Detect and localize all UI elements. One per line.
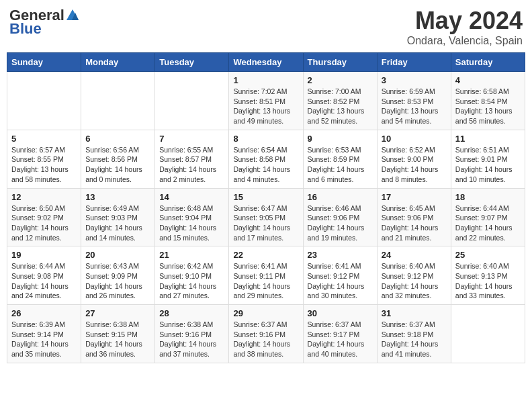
day-number: 16 [308, 192, 373, 202]
calendar-cell [451, 305, 525, 363]
calendar-cell: 1Sunrise: 7:02 AM Sunset: 8:51 PM Daylig… [229, 72, 303, 130]
calendar-cell: 11Sunrise: 6:51 AM Sunset: 9:01 PM Dayli… [451, 130, 525, 188]
calendar-cell: 3Sunrise: 6:59 AM Sunset: 8:53 PM Daylig… [377, 72, 451, 130]
day-number: 28 [159, 308, 224, 318]
logo: General Blue [9, 7, 81, 38]
day-info: Sunrise: 6:55 AM Sunset: 8:57 PM Dayligh… [159, 145, 224, 185]
day-info: Sunrise: 6:44 AM Sunset: 9:08 PM Dayligh… [11, 261, 77, 301]
day-number: 22 [233, 250, 298, 260]
day-number: 10 [382, 134, 447, 144]
calendar-cell: 27Sunrise: 6:38 AM Sunset: 9:15 PM Dayli… [81, 305, 155, 363]
day-number: 2 [308, 75, 373, 85]
day-info: Sunrise: 6:42 AM Sunset: 9:10 PM Dayligh… [159, 261, 224, 301]
day-info: Sunrise: 6:53 AM Sunset: 8:59 PM Dayligh… [308, 145, 373, 185]
day-info: Sunrise: 6:57 AM Sunset: 8:55 PM Dayligh… [11, 145, 77, 185]
calendar-cell: 22Sunrise: 6:41 AM Sunset: 9:11 PM Dayli… [229, 246, 303, 305]
day-info: Sunrise: 6:54 AM Sunset: 8:58 PM Dayligh… [233, 145, 298, 185]
day-number: 6 [85, 134, 150, 144]
day-info: Sunrise: 6:49 AM Sunset: 9:03 PM Dayligh… [85, 203, 150, 243]
day-info: Sunrise: 6:56 AM Sunset: 8:56 PM Dayligh… [85, 145, 150, 185]
day-number: 11 [455, 134, 521, 144]
day-info: Sunrise: 6:39 AM Sunset: 9:14 PM Dayligh… [11, 320, 77, 359]
day-info: Sunrise: 6:50 AM Sunset: 9:02 PM Dayligh… [11, 203, 77, 243]
day-number: 14 [159, 192, 224, 202]
day-info: Sunrise: 6:37 AM Sunset: 9:16 PM Dayligh… [233, 320, 298, 359]
calendar-cell: 21Sunrise: 6:42 AM Sunset: 9:10 PM Dayli… [155, 246, 229, 305]
calendar-cell: 5Sunrise: 6:57 AM Sunset: 8:55 PM Daylig… [7, 130, 81, 188]
day-number: 15 [233, 192, 298, 202]
day-info: Sunrise: 6:40 AM Sunset: 9:12 PM Dayligh… [382, 261, 447, 301]
weekday-monday: Monday [81, 53, 155, 72]
day-number: 9 [308, 134, 373, 144]
day-number: 3 [382, 75, 447, 85]
day-number: 20 [85, 250, 150, 260]
day-number: 18 [455, 192, 521, 202]
calendar-cell: 20Sunrise: 6:43 AM Sunset: 9:09 PM Dayli… [81, 246, 155, 305]
calendar-cell [155, 72, 229, 130]
calendar-cell: 12Sunrise: 6:50 AM Sunset: 9:02 PM Dayli… [7, 188, 81, 246]
month-title: May 2024 [407, 7, 523, 35]
title-block: May 2024 Ondara, Valencia, Spain [407, 7, 523, 47]
day-info: Sunrise: 6:59 AM Sunset: 8:53 PM Dayligh… [382, 87, 447, 126]
day-number: 30 [308, 308, 373, 318]
calendar-cell: 28Sunrise: 6:38 AM Sunset: 9:16 PM Dayli… [155, 305, 229, 363]
calendar-cell: 6Sunrise: 6:56 AM Sunset: 8:56 PM Daylig… [81, 130, 155, 188]
day-info: Sunrise: 6:38 AM Sunset: 9:16 PM Dayligh… [159, 320, 224, 359]
day-number: 27 [85, 308, 150, 318]
day-number: 7 [159, 134, 224, 144]
location: Ondara, Valencia, Spain [407, 35, 523, 47]
weekday-saturday: Saturday [451, 53, 525, 72]
calendar-cell: 30Sunrise: 6:37 AM Sunset: 9:17 PM Dayli… [303, 305, 377, 363]
calendar-cell: 13Sunrise: 6:49 AM Sunset: 9:03 PM Dayli… [81, 188, 155, 246]
day-number: 5 [11, 134, 77, 144]
logo-icon [65, 8, 80, 23]
day-number: 1 [233, 75, 298, 85]
calendar-cell [81, 72, 155, 130]
week-row-1: 1Sunrise: 7:02 AM Sunset: 8:51 PM Daylig… [7, 72, 525, 130]
weekday-wednesday: Wednesday [229, 53, 303, 72]
day-info: Sunrise: 6:46 AM Sunset: 9:06 PM Dayligh… [308, 203, 373, 243]
day-info: Sunrise: 6:43 AM Sunset: 9:09 PM Dayligh… [85, 261, 150, 301]
calendar-cell: 7Sunrise: 6:55 AM Sunset: 8:57 PM Daylig… [155, 130, 229, 188]
week-row-2: 5Sunrise: 6:57 AM Sunset: 8:55 PM Daylig… [7, 130, 525, 188]
weekday-thursday: Thursday [303, 53, 377, 72]
calendar-cell: 2Sunrise: 7:00 AM Sunset: 8:52 PM Daylig… [303, 72, 377, 130]
day-number: 17 [382, 192, 447, 202]
calendar-cell: 8Sunrise: 6:54 AM Sunset: 8:58 PM Daylig… [229, 130, 303, 188]
day-info: Sunrise: 7:00 AM Sunset: 8:52 PM Dayligh… [308, 87, 373, 126]
calendar-cell: 17Sunrise: 6:45 AM Sunset: 9:06 PM Dayli… [377, 188, 451, 246]
day-info: Sunrise: 6:47 AM Sunset: 9:05 PM Dayligh… [233, 203, 298, 243]
page-header: General Blue May 2024 Ondara, Valencia, … [7, 7, 525, 47]
calendar-cell: 25Sunrise: 6:40 AM Sunset: 9:13 PM Dayli… [451, 246, 525, 305]
day-info: Sunrise: 6:41 AM Sunset: 9:12 PM Dayligh… [308, 261, 373, 301]
weekday-friday: Friday [377, 53, 451, 72]
day-number: 21 [159, 250, 224, 260]
day-number: 29 [233, 308, 298, 318]
day-info: Sunrise: 6:52 AM Sunset: 9:00 PM Dayligh… [382, 145, 447, 185]
day-number: 31 [382, 308, 447, 318]
day-info: Sunrise: 6:44 AM Sunset: 9:07 PM Dayligh… [455, 203, 521, 243]
calendar-cell: 19Sunrise: 6:44 AM Sunset: 9:08 PM Dayli… [7, 246, 81, 305]
day-info: Sunrise: 6:48 AM Sunset: 9:04 PM Dayligh… [159, 203, 224, 243]
day-info: Sunrise: 6:58 AM Sunset: 8:54 PM Dayligh… [455, 87, 521, 126]
calendar-cell: 26Sunrise: 6:39 AM Sunset: 9:14 PM Dayli… [7, 305, 81, 363]
day-number: 12 [11, 192, 77, 202]
day-info: Sunrise: 6:40 AM Sunset: 9:13 PM Dayligh… [455, 261, 521, 301]
day-number: 13 [85, 192, 150, 202]
weekday-sunday: Sunday [7, 53, 81, 72]
logo-blue-text: Blue [9, 20, 42, 38]
day-info: Sunrise: 6:45 AM Sunset: 9:06 PM Dayligh… [382, 203, 447, 243]
calendar-cell [7, 72, 81, 130]
day-info: Sunrise: 7:02 AM Sunset: 8:51 PM Dayligh… [233, 87, 298, 126]
day-info: Sunrise: 6:37 AM Sunset: 9:17 PM Dayligh… [308, 320, 373, 359]
day-number: 8 [233, 134, 298, 144]
week-row-5: 26Sunrise: 6:39 AM Sunset: 9:14 PM Dayli… [7, 305, 525, 363]
calendar-cell: 9Sunrise: 6:53 AM Sunset: 8:59 PM Daylig… [303, 130, 377, 188]
day-info: Sunrise: 6:37 AM Sunset: 9:18 PM Dayligh… [382, 320, 447, 359]
calendar-cell: 23Sunrise: 6:41 AM Sunset: 9:12 PM Dayli… [303, 246, 377, 305]
calendar-cell: 18Sunrise: 6:44 AM Sunset: 9:07 PM Dayli… [451, 188, 525, 246]
calendar-cell: 31Sunrise: 6:37 AM Sunset: 9:18 PM Dayli… [377, 305, 451, 363]
calendar-cell: 10Sunrise: 6:52 AM Sunset: 9:00 PM Dayli… [377, 130, 451, 188]
day-number: 26 [11, 308, 77, 318]
calendar-cell: 15Sunrise: 6:47 AM Sunset: 9:05 PM Dayli… [229, 188, 303, 246]
